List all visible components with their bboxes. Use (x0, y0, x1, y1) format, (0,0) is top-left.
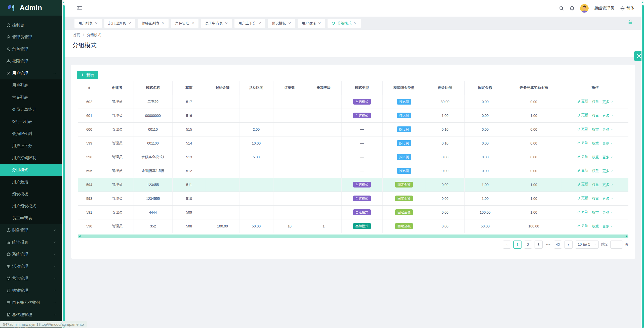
tab-close-icon[interactable]: ✕ (288, 21, 291, 25)
weight-link[interactable]: 权重 (592, 169, 599, 173)
more-link[interactable]: 更多 (602, 224, 613, 229)
sidebar-item-agent-manage[interactable]: 总代理管理 (0, 309, 62, 321)
tab-close-icon[interactable]: ✕ (128, 21, 131, 25)
sidebar-subitem-member-order-stats[interactable]: 会员订单统计 (0, 104, 62, 116)
tab-carousel-list[interactable]: 轮播图列表✕ (138, 19, 169, 28)
more-link[interactable]: 更多 (602, 197, 613, 201)
sidebar-subitem-user-activate[interactable]: 用户激活 (0, 176, 62, 188)
tab-close-icon[interactable]: ✕ (258, 21, 261, 25)
tab-user-activate[interactable]: 用户激活✕ (298, 19, 325, 28)
weight-link[interactable]: 权重 (592, 127, 599, 132)
sidebar-item-role-manage[interactable]: 角色管理 (0, 43, 62, 55)
tab-user-list[interactable]: 用户列表✕ (74, 19, 102, 28)
update-link[interactable]: 更新 (577, 154, 588, 159)
scroll-left-icon[interactable] (79, 235, 80, 237)
weight-link[interactable]: 权重 (592, 197, 599, 201)
weight-link[interactable]: 权重 (592, 155, 599, 160)
jump-input[interactable] (610, 241, 623, 249)
page-ellipsis[interactable]: ••• (545, 243, 551, 247)
weight-link[interactable]: 权重 (592, 114, 599, 118)
tab-close-icon[interactable]: ✕ (354, 21, 357, 25)
tab-group-mode[interactable]: 分组模式✕ (328, 19, 361, 28)
tab-role-manage[interactable]: 角色管理✕ (171, 19, 198, 28)
page-button-1[interactable]: 1 (513, 241, 521, 249)
horizontal-scrollbar[interactable] (78, 235, 628, 238)
sidebar-collapse-icon[interactable] (77, 5, 83, 11)
weight-link[interactable]: 权重 (592, 224, 599, 229)
page-size-select[interactable]: 10 条/页 (575, 241, 599, 249)
search-icon[interactable] (559, 6, 564, 11)
sidebar-item-shopping[interactable]: 购物管理 (0, 285, 62, 297)
update-link[interactable]: 更新 (577, 99, 588, 104)
more-link[interactable]: 更多 (602, 155, 613, 160)
sidebar-subitem-member-ip-check[interactable]: 会员IP检测 (0, 128, 62, 140)
tab-agent-list[interactable]: 总代理列表✕ (104, 19, 135, 28)
scroll-right-icon[interactable] (626, 235, 628, 237)
more-link[interactable]: 更多 (602, 127, 613, 132)
tab-close-icon[interactable]: ✕ (191, 21, 194, 25)
sidebar-subitem-user-code-limit[interactable]: 用户打码限制 (0, 152, 62, 164)
prev-page-button[interactable]: ‹ (503, 241, 511, 249)
sidebar-scroll-thumb[interactable] (63, 5, 65, 328)
sidebar-item-report[interactable]: 统计报表 (0, 236, 62, 248)
add-button[interactable]: 新增 (77, 71, 98, 79)
tab-staff-apply[interactable]: 员工申请表✕ (201, 19, 232, 28)
more-link[interactable]: 更多 (602, 141, 613, 146)
tab-close-icon[interactable]: ✕ (162, 21, 165, 25)
sidebar-item-operation[interactable]: 营运管理 (0, 272, 62, 285)
update-link[interactable]: 更新 (577, 182, 588, 186)
page-button-3[interactable]: 3 (535, 241, 543, 249)
sidebar-subitem-preset-template[interactable]: 预设模板 (0, 188, 62, 200)
tab-close-icon[interactable]: ✕ (95, 21, 98, 25)
weight-link[interactable]: 权重 (592, 141, 599, 146)
sidebar-subitem-first-charge-list[interactable]: 首充列表 (0, 91, 62, 104)
more-link[interactable]: 更多 (602, 169, 613, 173)
update-link[interactable]: 更新 (577, 210, 588, 214)
weight-link[interactable]: 权重 (592, 100, 599, 104)
app-logo[interactable]: Admin (0, 0, 62, 16)
update-link[interactable]: 更新 (577, 113, 588, 117)
sidebar-item-dashboard[interactable]: 控制台 (0, 19, 62, 31)
tab-preset-template[interactable]: 预设模板✕ (268, 19, 295, 28)
page-scroll-thumb[interactable] (642, 5, 644, 328)
sidebar-subitem-user-updown[interactable]: 用户上下分 (0, 140, 62, 152)
more-link[interactable]: 更多 (602, 210, 613, 215)
breadcrumb-home[interactable]: 首页 (73, 33, 80, 37)
update-link[interactable]: 更新 (577, 196, 588, 200)
sidebar-item-activity[interactable]: 活动管理 (0, 260, 62, 272)
sidebar-item-permission-manage[interactable]: 权限管理 (0, 55, 62, 67)
sidebar-item-finance[interactable]: 财务管理 (0, 224, 62, 236)
tab-close-icon[interactable]: ✕ (225, 21, 228, 25)
sidebar-subitem-group-mode[interactable]: 分组模式 (0, 164, 62, 176)
sidebar-scrollbar[interactable] (62, 0, 65, 328)
language-switch[interactable]: 简体 (620, 6, 634, 11)
tab-user-updown[interactable]: 用户上下分✕ (234, 19, 265, 28)
lock-icon[interactable] (627, 19, 633, 25)
user-name[interactable]: 超级管理员 (594, 6, 614, 11)
update-link[interactable]: 更新 (577, 140, 588, 145)
next-page-button[interactable]: › (565, 241, 573, 249)
weight-link[interactable]: 权重 (592, 183, 599, 187)
bell-icon[interactable] (570, 6, 575, 11)
page-button-2[interactable]: 2 (524, 241, 532, 249)
update-link[interactable]: 更新 (577, 127, 588, 131)
weight-link[interactable]: 权重 (592, 210, 599, 215)
sidebar-subitem-staff-apply[interactable]: 员工申请表 (0, 212, 62, 224)
sidebar-subitem-user-list[interactable]: 用户列表 (0, 79, 62, 91)
more-link[interactable]: 更多 (602, 114, 613, 118)
page-scroll-up-icon[interactable] (642, 2, 644, 3)
scroll-up-icon[interactable] (63, 2, 65, 3)
sidebar-item-admin-manage[interactable]: 管理员管理 (0, 31, 62, 43)
user-avatar[interactable] (580, 4, 589, 13)
sidebar-item-user-manage[interactable]: 用户管理 (0, 67, 62, 79)
more-link[interactable]: 更多 (602, 100, 613, 104)
sidebar-item-account-pay[interactable]: 自有账号代收付 (0, 297, 62, 309)
sidebar-subitem-user-preset-mode[interactable]: 用户预设模式 (0, 200, 62, 212)
update-link[interactable]: 更新 (577, 168, 588, 173)
tab-close-icon[interactable]: ✕ (318, 21, 321, 25)
page-scrollbar[interactable] (641, 0, 644, 328)
more-link[interactable]: 更多 (602, 183, 613, 187)
sidebar-item-system[interactable]: 系统管理 (0, 248, 62, 260)
sidebar-subitem-bank-card-list[interactable]: 银行卡列表 (0, 116, 62, 128)
page-button-42[interactable]: 42 (554, 241, 562, 249)
